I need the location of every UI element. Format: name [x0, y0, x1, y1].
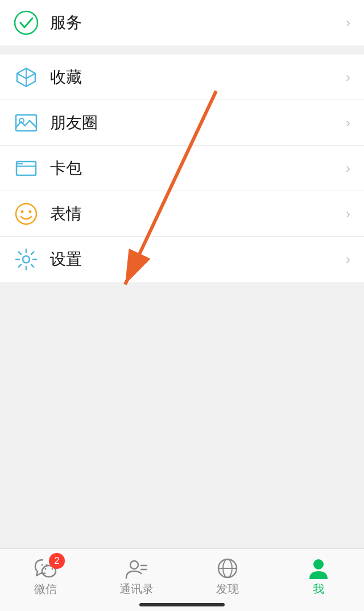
svg-point-18 [130, 561, 138, 569]
divider-1 [0, 46, 364, 55]
menu-section-main: 收藏 › 朋友圈 › 卡包 [0, 55, 364, 282]
me-icon-wrap [307, 558, 330, 579]
menu-item-wallet[interactable]: 卡包 › [0, 146, 364, 191]
collection-icon [14, 65, 39, 90]
moments-arrow: › [346, 115, 350, 131]
service-label: 服务 [50, 12, 341, 34]
wallet-label: 卡包 [50, 158, 341, 179]
tab-item-contacts[interactable]: 通讯录 [97, 558, 176, 597]
app-screen: 服务 › 收藏 › [0, 0, 364, 611]
svg-point-24 [313, 559, 324, 569]
settings-label: 设置 [50, 249, 341, 270]
settings-arrow: › [346, 251, 350, 267]
tab-bar: 2 微信 通讯录 [0, 548, 364, 611]
tab-item-discover[interactable]: 发现 [188, 558, 267, 597]
home-indicator [139, 603, 225, 606]
tab-item-me[interactable]: 我 [279, 558, 358, 597]
menu-item-moments[interactable]: 朋友圈 › [0, 100, 364, 146]
discover-icon-wrap [216, 558, 239, 579]
menu-item-settings[interactable]: 设置 › [0, 237, 364, 282]
contacts-tab-label: 通讯录 [119, 581, 154, 597]
collection-arrow: › [346, 69, 350, 85]
service-icon [14, 10, 39, 35]
svg-point-10 [23, 256, 30, 263]
svg-point-7 [16, 204, 36, 224]
svg-point-0 [15, 11, 38, 34]
service-arrow: › [346, 15, 350, 31]
contacts-icon-wrap [125, 558, 148, 579]
discover-tab-label: 发现 [216, 581, 239, 597]
svg-point-8 [21, 210, 24, 213]
me-tab-label: 我 [313, 581, 324, 597]
moments-label: 朋友圈 [50, 112, 341, 134]
tab-item-wechat[interactable]: 2 微信 [6, 558, 85, 597]
wechat-badge: 2 [49, 553, 65, 569]
emoji-label: 表情 [50, 203, 341, 225]
emoji-icon [14, 201, 39, 226]
settings-icon [14, 247, 39, 272]
svg-rect-2 [16, 115, 36, 131]
menu-item-emoji[interactable]: 表情 › [0, 191, 364, 237]
svg-point-9 [29, 210, 32, 213]
wechat-tab-label: 微信 [34, 581, 57, 597]
wallet-arrow: › [346, 160, 350, 176]
emoji-arrow: › [346, 206, 350, 222]
menu-item-collection[interactable]: 收藏 › [0, 55, 364, 100]
menu-item-service[interactable]: 服务 › [0, 0, 364, 46]
menu-section-service: 服务 › [0, 0, 364, 46]
collection-label: 收藏 [50, 67, 341, 88]
wechat-icon-wrap: 2 [34, 558, 57, 579]
moments-icon [14, 110, 39, 135]
wallet-icon [14, 156, 39, 181]
